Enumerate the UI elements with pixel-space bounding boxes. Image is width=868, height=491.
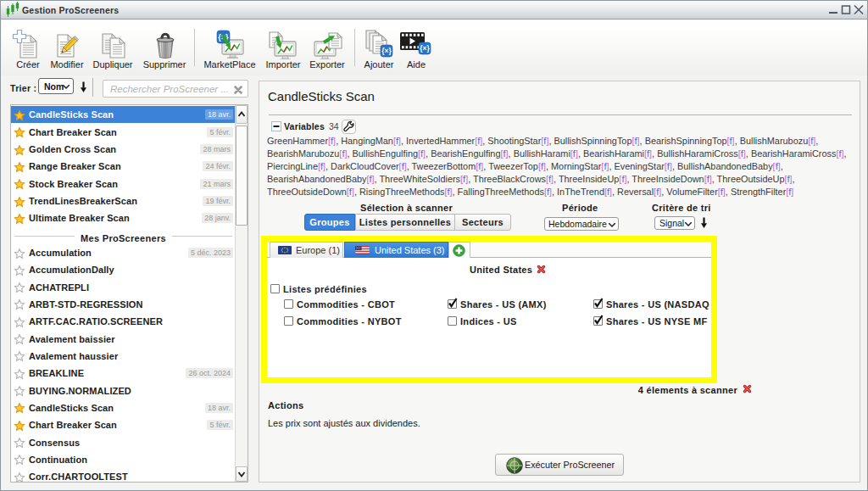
svg-text:{×}: {×} <box>420 44 430 53</box>
